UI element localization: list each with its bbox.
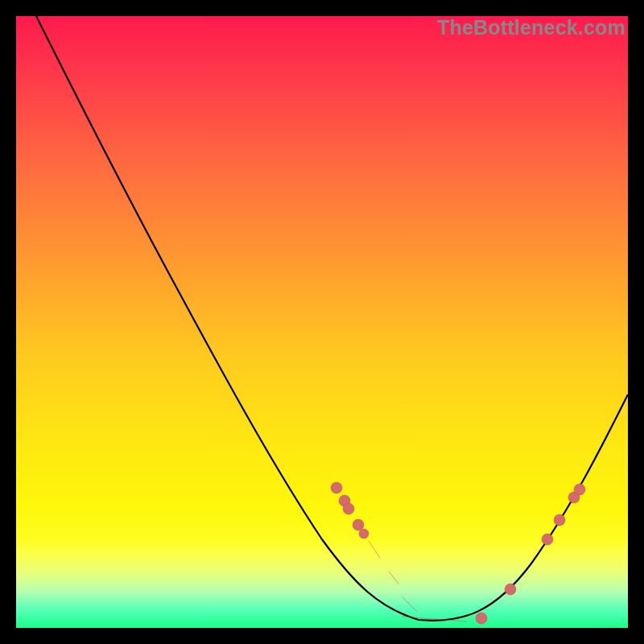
chart-frame: TheBottleneck.com	[16, 16, 628, 628]
marker-dot	[359, 529, 369, 539]
bottleneck-curve	[36, 16, 628, 621]
marker-pill	[369, 541, 380, 558]
marker-dot	[554, 514, 565, 526]
marker-dot	[542, 534, 553, 545]
marker-dot	[574, 484, 585, 495]
bottleneck-curve-svg	[16, 16, 628, 628]
marker-dot	[505, 584, 516, 595]
marker-pill	[402, 597, 417, 612]
marker-dot	[476, 613, 487, 624]
marker-dot	[353, 519, 364, 530]
marker-pill	[389, 572, 398, 584]
marker-dot	[331, 482, 342, 493]
markers-group	[331, 482, 585, 624]
marker-dot	[343, 503, 354, 514]
